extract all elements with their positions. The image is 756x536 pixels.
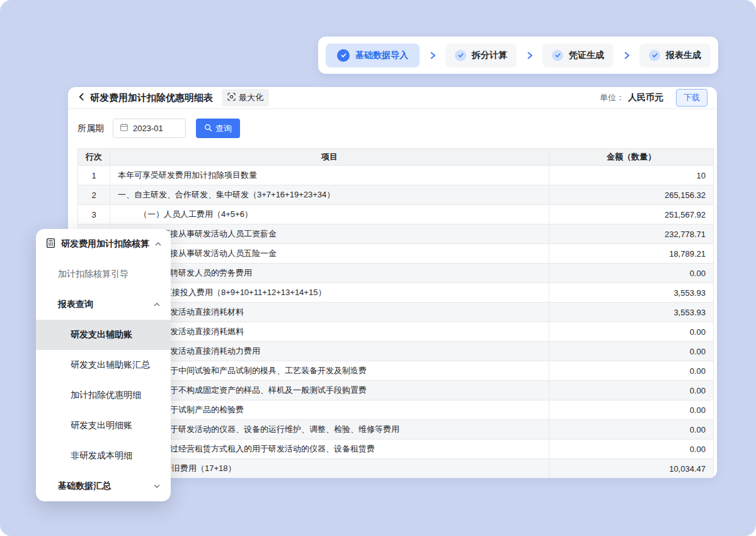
stepper-step-3[interactable]: 凭证生成 — [542, 44, 614, 67]
step-label: 拆分计算 — [472, 50, 507, 61]
sidebar-item-7[interactable]: 非研发成本明细 — [36, 441, 171, 471]
period-value: 2023-01 — [133, 124, 163, 133]
amount-cell: 3,553.93 — [549, 283, 714, 303]
report-titlebar: 研发费用加计扣除优惠明细表 最大化 单位： 人民币元 下载 — [68, 87, 717, 109]
table-body: 1本年可享受研发费用加计扣除项目数量102一、自主研发、合作研发、集中研发（3+… — [78, 166, 714, 479]
item-cell: 用于中间试验和产品试制的模具、工艺装备开发及制造费 — [110, 361, 549, 381]
table-row: 12用于不构成固定资产的样品、样机及一般测试手段购置费0.00 — [78, 381, 714, 400]
unit-label: 单位： — [600, 92, 624, 103]
table-row: 15通过经营租赁方式租入的用于研发活动的仪器、设备租赁费0.00 — [78, 440, 714, 459]
sidebar-item-2[interactable]: 报表查询 — [36, 289, 171, 320]
filter-bar: 所属期 2023-01 查询 — [77, 119, 707, 138]
table-row: 10研发活动直接消耗动力费用0.00 — [78, 342, 714, 361]
table-row: 4直接从事研发活动人员工资薪金232,778.71 — [78, 224, 714, 244]
line-cell: 3 — [78, 205, 110, 224]
item-cell: 一、自主研发、合作研发、集中研发（3+7+16+19+23+34） — [110, 185, 549, 205]
table-row: 14用于研发活动的仪器、设备的运行维护、调整、检验、维修等费用0.00 — [78, 420, 714, 440]
step-label: 凭证生成 — [569, 50, 604, 61]
check-circle-icon — [552, 50, 563, 61]
sidebar-item-label: 研发支出明细账 — [71, 420, 132, 431]
sidebar-title: 研发费用加计扣除核算 — [61, 238, 149, 250]
sidebar-item-8[interactable]: 基础数据汇总 — [36, 471, 171, 501]
titlebar-right: 单位： 人民币元 下载 — [600, 89, 707, 107]
page-background: 基础数据导入拆分计算凭证生成报表生成 研发费用加计扣除优惠明细表 最大化 单位：… — [0, 0, 756, 536]
step-separator-icon — [527, 52, 533, 59]
header-amount: 金额（数量） — [549, 149, 714, 166]
stepper: 基础数据导入拆分计算凭证生成报表生成 — [318, 37, 718, 74]
amount-cell: 0.00 — [549, 440, 714, 459]
line-cell: 1 — [78, 166, 110, 185]
item-cell: （一）人员人工费用（4+5+6） — [110, 205, 549, 224]
maximize-label: 最大化 — [239, 92, 263, 103]
header-item: 项目 — [110, 149, 549, 166]
table-row: 3（一）人员人工费用（4+5+6）251,567.92 — [78, 205, 714, 224]
sidebar-header[interactable]: 研发费用加计扣除核算 — [36, 229, 171, 259]
item-cell: 用于试制产品的检验费 — [110, 400, 549, 420]
sidebar-item-label: 加计扣除核算引导 — [58, 269, 129, 280]
unit-value: 人民币元 — [628, 92, 663, 103]
amount-cell: 18,789.21 — [549, 244, 714, 264]
item-cell: 研发活动直接消耗动力费用 — [110, 342, 549, 361]
sidebar-panel: 研发费用加计扣除核算 加计扣除核算引导报表查询研发支出辅助账研发支出辅助账汇总加… — [36, 229, 171, 501]
amount-cell: 251,567.92 — [549, 205, 714, 224]
item-cell: （三）折旧费用（17+18） — [110, 459, 549, 479]
amount-cell: 0.00 — [549, 322, 714, 342]
amount-cell: 0.00 — [549, 342, 714, 361]
amount-cell: 0.00 — [549, 400, 714, 420]
sidebar-item-label: 研发支出辅助账汇总 — [71, 359, 150, 371]
report-table: 行次 项目 金额（数量） 1本年可享受研发费用加计扣除项目数量102一、自主研发… — [77, 148, 714, 478]
item-cell: 通过经营租赁方式租入的用于研发活动的仪器、设备租赁费 — [110, 440, 549, 459]
maximize-button[interactable]: 最大化 — [222, 89, 269, 107]
sidebar-items: 加计扣除核算引导报表查询研发支出辅助账研发支出辅助账汇总加计扣除优惠明细研发支出… — [36, 259, 171, 501]
maximize-icon — [227, 93, 236, 103]
stepper-step-2[interactable]: 拆分计算 — [445, 44, 517, 67]
check-circle-icon — [455, 50, 466, 61]
search-icon — [204, 124, 212, 134]
item-cell: 本年可享受研发费用加计扣除项目数量 — [110, 166, 549, 185]
calculator-icon — [45, 238, 56, 251]
chevron-down-icon — [153, 482, 161, 490]
table-row: 11用于中间试验和产品试制的模具、工艺装备开发及制造费0.00 — [78, 361, 714, 381]
chevron-up-icon — [154, 240, 162, 248]
amount-cell: 0.00 — [549, 361, 714, 381]
table-row: 13用于试制产品的检验费0.00 — [78, 400, 714, 420]
sidebar-item-3[interactable]: 研发支出辅助账 — [36, 320, 171, 350]
amount-cell: 265,156.32 — [549, 185, 714, 205]
sidebar-item-label: 基础数据汇总 — [58, 481, 111, 492]
item-cell: 研发活动直接消耗燃料 — [110, 322, 549, 342]
header-line: 行次 — [78, 149, 110, 166]
back-button[interactable] — [77, 92, 86, 103]
chevron-up-icon — [153, 301, 161, 308]
download-button[interactable]: 下载 — [676, 89, 707, 107]
sidebar-item-4[interactable]: 研发支出辅助账汇总 — [36, 350, 171, 380]
check-circle-icon — [649, 50, 660, 61]
step-separator-icon — [624, 52, 630, 59]
step-separator-icon — [430, 52, 436, 59]
sidebar-item-label: 报表查询 — [58, 299, 93, 310]
stepper-step-4[interactable]: 报表生成 — [639, 44, 711, 67]
table-row: 16（三）折旧费用（17+18）10,034.47 — [78, 459, 714, 479]
query-label: 查询 — [215, 123, 232, 134]
table-row: 1本年可享受研发费用加计扣除项目数量10 — [78, 166, 714, 185]
amount-cell: 232,778.71 — [549, 224, 714, 244]
calendar-icon — [120, 123, 129, 134]
sidebar-item-label: 非研发成本明细 — [71, 450, 132, 462]
period-label: 所属期 — [77, 123, 104, 134]
table-row: 7（二）直接投入费用（8+9+10+11+12+13+14+15）3,553.9… — [78, 283, 714, 303]
sidebar-item-6[interactable]: 研发支出明细账 — [36, 411, 171, 441]
amount-cell: 10 — [549, 166, 714, 185]
sidebar-item-5[interactable]: 加计扣除优惠明细 — [36, 380, 171, 411]
sidebar-item-label: 研发支出辅助账 — [71, 329, 132, 341]
sidebar-item-1[interactable]: 加计扣除核算引导 — [36, 259, 171, 289]
table-row: 2一、自主研发、合作研发、集中研发（3+7+16+19+23+34）265,15… — [78, 185, 714, 205]
step-label: 基础数据导入 — [355, 50, 408, 61]
amount-cell: 0.00 — [549, 264, 714, 283]
amount-cell: 0.00 — [549, 420, 714, 440]
stepper-step-1[interactable]: 基础数据导入 — [326, 44, 420, 67]
item-cell: （二）直接投入费用（8+9+10+11+12+13+14+15） — [110, 283, 549, 303]
item-cell: 研发活动直接消耗材料 — [110, 303, 549, 322]
table-row: 5直接从事研发活动人员五险一金18,789.21 — [78, 244, 714, 264]
query-button[interactable]: 查询 — [196, 119, 240, 138]
amount-cell: 3,553.93 — [549, 303, 714, 322]
period-date-input[interactable]: 2023-01 — [113, 119, 186, 138]
